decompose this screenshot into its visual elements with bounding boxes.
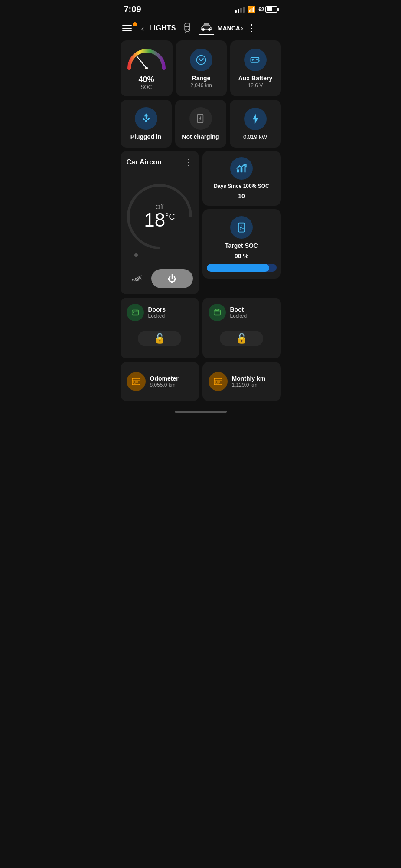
power-icon xyxy=(244,108,267,130)
days-since-icon xyxy=(230,157,253,180)
aircon-card[interactable]: Car Aircon ⋮ Off 18°C 𝒜 A ⏻ xyxy=(121,151,199,294)
odometer-label: Odometer xyxy=(150,375,179,382)
svg-line-8 xyxy=(137,56,147,68)
days-since-value: 10 xyxy=(238,193,245,200)
aircon-section: Car Aircon ⋮ Off 18°C 𝒜 A ⏻ xyxy=(116,148,285,294)
svg-point-19 xyxy=(145,120,147,122)
boot-lock-icon: 🔓 xyxy=(236,333,248,344)
monthly-km-card[interactable]: Monthly km 1,129.0 km xyxy=(202,362,281,401)
range-icon xyxy=(190,49,212,71)
nav-title: LIGHTS xyxy=(149,24,176,32)
signal-icon xyxy=(235,7,245,13)
wifi-icon: 📶 xyxy=(247,5,256,13)
boot-lock-track[interactable]: 🔓 xyxy=(220,331,263,346)
svg-rect-23 xyxy=(244,166,246,172)
svg-point-9 xyxy=(145,67,148,69)
nav-manca[interactable]: MANCA › xyxy=(218,25,243,32)
boot-icon xyxy=(209,304,226,321)
svg-rect-0 xyxy=(185,23,190,31)
aux-battery-icon xyxy=(244,49,267,71)
aircon-auto-button[interactable]: 𝒜 A xyxy=(127,269,147,288)
plugged-in-icon xyxy=(135,107,157,130)
aux-battery-value: 12.6 V xyxy=(248,82,263,89)
target-soc-icon xyxy=(230,216,253,239)
target-soc-card[interactable]: Target SOC 90 % xyxy=(202,209,281,279)
status-bar: 7:09 📶 62 xyxy=(116,0,285,17)
home-bar xyxy=(175,411,227,413)
svg-point-10 xyxy=(197,55,206,64)
not-charging-icon xyxy=(189,107,212,130)
days-since-card[interactable]: Days Since 100% SOC 10 xyxy=(202,151,281,206)
aircon-menu-button[interactable]: ⋮ xyxy=(184,157,193,168)
monthly-km-label: Monthly km xyxy=(232,375,266,382)
charging-cards-row: Plugged in Not charging 0.019 kW xyxy=(116,96,285,148)
boot-lock-area: 🔓 xyxy=(209,325,275,352)
svg-point-6 xyxy=(202,28,205,31)
target-soc-bar xyxy=(207,264,277,272)
not-charging-card[interactable]: Not charging xyxy=(175,100,226,148)
aircon-temp: 18°C xyxy=(144,210,175,230)
svg-rect-21 xyxy=(237,169,239,172)
svg-rect-36 xyxy=(218,381,219,383)
svg-line-3 xyxy=(185,32,186,33)
doors-status: Locked xyxy=(148,313,193,319)
boot-status: Locked xyxy=(230,313,275,319)
doors-lock-icon: 🔓 xyxy=(154,333,166,344)
nav-train-icon[interactable] xyxy=(179,20,195,36)
aux-battery-card[interactable]: Aux Battery 12.6 V xyxy=(230,40,281,96)
status-icons: 📶 62 xyxy=(235,5,277,13)
boot-card[interactable]: Boot Locked 🔓 xyxy=(202,298,281,358)
nav-car-tab[interactable] xyxy=(199,22,214,35)
svg-line-4 xyxy=(189,32,189,33)
range-label: Range xyxy=(192,75,211,82)
svg-point-26 xyxy=(133,312,134,313)
doors-label: Doors xyxy=(148,306,193,313)
svg-point-1 xyxy=(186,29,186,30)
soc-label: SOC xyxy=(140,84,152,90)
svg-rect-22 xyxy=(241,168,243,173)
aux-battery-label: Aux Battery xyxy=(238,75,273,82)
svg-rect-27 xyxy=(214,310,220,315)
odometer-row: Odometer 8,055.0 km Monthly km 1,129.0 k… xyxy=(116,358,285,405)
aircon-title: Car Aircon xyxy=(127,158,162,166)
plugged-in-card[interactable]: Plugged in xyxy=(121,100,172,148)
monthly-km-value: 1,129.0 km xyxy=(232,382,266,388)
target-soc-value: 90 % xyxy=(235,253,248,260)
menu-button[interactable] xyxy=(122,23,136,33)
back-button[interactable]: ‹ xyxy=(140,23,146,33)
nav-bar: ‹ LIGHTS MANCA › ⋮ xyxy=(116,17,285,36)
monthly-km-icon xyxy=(209,372,228,391)
soc-percent: 40% xyxy=(138,75,154,84)
svg-rect-31 xyxy=(134,381,136,383)
soc-card[interactable]: 40% SOC xyxy=(121,40,173,96)
top-cards-row: 40% SOC Range 2,046 km Aux xyxy=(116,36,285,96)
svg-rect-32 xyxy=(137,381,137,383)
battery-icon: 62 xyxy=(258,6,277,13)
doors-card[interactable]: Doors Locked 🔓 xyxy=(121,298,199,358)
power-card[interactable]: 0.019 kW xyxy=(230,100,281,148)
svg-rect-35 xyxy=(215,381,218,383)
svg-point-7 xyxy=(208,28,211,31)
days-since-label: Days Since 100% SOC xyxy=(214,183,269,189)
range-value: 2,046 km xyxy=(190,82,212,89)
power-value: 0.019 kW xyxy=(243,134,267,140)
range-card[interactable]: Range 2,046 km xyxy=(176,40,227,96)
not-charging-label: Not charging xyxy=(182,133,219,140)
doors-boot-row: Doors Locked 🔓 Boot Locked xyxy=(116,294,285,358)
more-menu-button[interactable]: ⋮ xyxy=(247,23,256,34)
home-indicator xyxy=(116,405,285,416)
doors-lock-track[interactable]: 🔓 xyxy=(138,331,181,346)
battery-percent: 62 xyxy=(258,7,264,13)
aircon-controls: 𝒜 A ⏻ xyxy=(127,269,193,288)
target-soc-label: Target SOC xyxy=(225,242,258,249)
svg-point-2 xyxy=(188,29,189,30)
aircon-dial: Off 18°C xyxy=(127,172,193,261)
odometer-value: 8,055.0 km xyxy=(150,382,179,388)
odometer-icon xyxy=(127,372,146,391)
plugged-in-label: Plugged in xyxy=(130,133,162,140)
right-stack: Days Since 100% SOC 10 Target SOC 90 % xyxy=(202,151,281,294)
aircon-power-button[interactable]: ⏻ xyxy=(151,269,192,288)
status-time: 7:09 xyxy=(124,4,141,14)
notification-dot xyxy=(133,22,137,26)
odometer-card[interactable]: Odometer 8,055.0 km xyxy=(121,362,199,401)
